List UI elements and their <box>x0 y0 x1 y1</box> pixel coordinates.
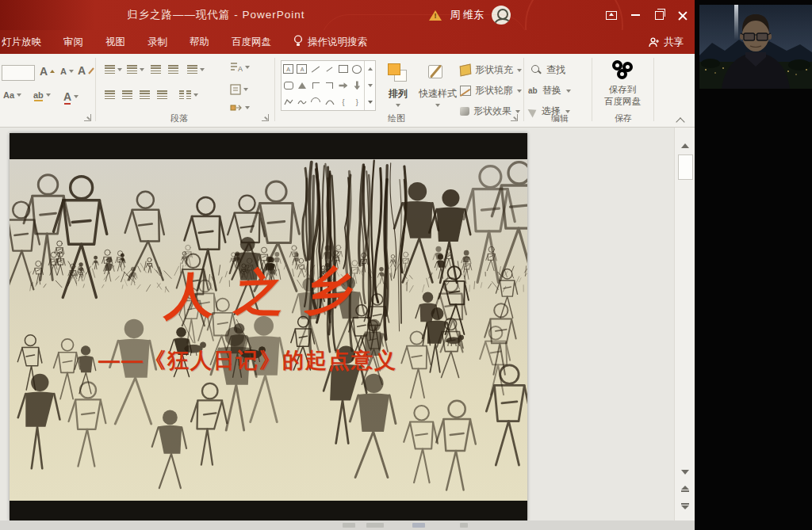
change-case-button[interactable]: Aa <box>3 90 21 100</box>
share-person-icon <box>649 37 660 48</box>
columns-button[interactable] <box>179 90 198 99</box>
shrink-caret-icon <box>69 70 74 73</box>
shape-fill-icon <box>460 63 472 76</box>
bullets-icon <box>105 65 115 74</box>
scroll-up-button[interactable] <box>679 140 691 151</box>
crowd-sketch <box>10 159 527 501</box>
share-button[interactable]: 共享 <box>644 30 688 54</box>
shape-outline-icon <box>460 86 471 96</box>
gallery-scroll-up[interactable] <box>365 61 375 78</box>
convert-smartart-button[interactable] <box>230 103 250 112</box>
shape-cell-triangle[interactable] <box>296 79 308 91</box>
next-slide-button[interactable] <box>679 500 691 511</box>
align-center-button[interactable] <box>122 90 132 99</box>
paragraph-dialog-launcher[interactable] <box>262 114 269 121</box>
shape-cell-vtextbox[interactable]: A <box>296 63 308 75</box>
arrange-icon <box>388 63 408 82</box>
case-caret-icon <box>17 93 21 97</box>
shape-cell-scribble[interactable] <box>296 96 308 108</box>
text-direction-icon: A <box>230 62 243 73</box>
shape-cell-arrow-right[interactable] <box>337 79 350 91</box>
account-user-name: 周 维东 <box>450 8 484 22</box>
grow-font-button[interactable]: A <box>40 65 55 78</box>
shape-cell-arc[interactable] <box>309 96 322 108</box>
svg-text:A: A <box>238 65 243 73</box>
slide[interactable]: 人之乡 ——《狂人日记》的起点意义 <box>10 133 527 520</box>
shape-cell-line[interactable] <box>309 63 322 75</box>
editing-group-label: 编辑 <box>551 112 569 124</box>
tab-view[interactable]: 视图 <box>94 30 136 54</box>
scroll-down-button[interactable] <box>679 467 691 478</box>
line-spacing-button[interactable] <box>187 65 205 74</box>
increase-indent-icon <box>168 65 178 74</box>
tab-record[interactable]: 录制 <box>136 30 178 54</box>
share-label: 共享 <box>664 36 684 49</box>
numbering-button[interactable] <box>127 65 144 74</box>
baidu-netdisk-icon <box>611 60 634 81</box>
save-to-baidu-button[interactable]: 保存到 百度网盘 <box>604 84 641 108</box>
font-dialog-launcher[interactable] <box>84 114 91 121</box>
clear-formatting-button[interactable]: A <box>78 64 95 77</box>
shrink-font-button[interactable]: A <box>60 67 74 76</box>
shape-cell-line2[interactable] <box>324 63 336 75</box>
slide-title-textbox[interactable]: 人之乡 <box>163 255 377 329</box>
shape-cell-elbow2[interactable] <box>324 79 336 91</box>
bullets-button[interactable] <box>105 65 122 74</box>
decrease-indent-button[interactable] <box>151 65 161 74</box>
user-avatar[interactable] <box>492 6 511 25</box>
webcam-video[interactable] <box>699 5 812 89</box>
justify-button[interactable] <box>157 90 167 99</box>
warning-icon[interactable] <box>429 10 442 21</box>
collapse-ribbon-button[interactable] <box>677 117 685 123</box>
grow-caret-icon <box>50 70 55 73</box>
shape-cell-roundrect[interactable] <box>282 79 295 91</box>
shape-cell-freeform[interactable] <box>282 96 295 108</box>
shapes-gallery[interactable]: A A { } <box>281 60 376 111</box>
increase-indent-button[interactable] <box>168 65 178 74</box>
font-size-input[interactable] <box>2 65 35 81</box>
shape-cell-brace-right[interactable]: } <box>350 96 363 108</box>
ribbon-tab-row: 灯片放映 审阅 视图 录制 帮助 百度网盘 操作说明搜索 <box>0 30 695 54</box>
shape-cell-textbox[interactable]: A <box>282 63 295 75</box>
shape-outline-button[interactable]: 形状轮廓 <box>460 84 522 97</box>
gallery-scroll-down[interactable] <box>365 78 375 94</box>
tab-slideshow[interactable]: 灯片放映 <box>0 30 52 54</box>
shape-cell-elbow[interactable] <box>309 79 322 91</box>
arrange-button[interactable]: 排列 <box>381 60 416 119</box>
find-button[interactable]: 查找 <box>531 63 565 77</box>
save-to-line2: 百度网盘 <box>604 96 641 108</box>
tab-tell-me-search[interactable]: 操作说明搜索 <box>282 30 378 54</box>
vertical-scrollbar[interactable] <box>674 128 695 520</box>
replace-button[interactable]: ab替换 <box>528 84 571 97</box>
tab-help[interactable]: 帮助 <box>178 30 220 54</box>
ribbon-display-options-button[interactable] <box>599 0 623 30</box>
shape-fill-button[interactable]: 形状填充 <box>460 63 522 77</box>
eraser-icon <box>88 67 95 75</box>
align-right-button[interactable] <box>140 90 150 99</box>
minimize-button[interactable] <box>623 0 647 30</box>
restore-button[interactable] <box>647 0 671 30</box>
taskbar-sliver <box>0 520 695 530</box>
titlebar-account-area: 周 维东 <box>429 0 511 30</box>
drawing-dialog-launcher[interactable] <box>511 114 518 121</box>
shape-cell-arrow-down[interactable] <box>350 79 363 91</box>
slide-subtitle-textbox[interactable]: ——《狂人日记》的起点意义 <box>98 346 397 375</box>
font-color-button[interactable]: A <box>63 90 79 103</box>
tab-review[interactable]: 审阅 <box>52 30 94 54</box>
text-highlight-button[interactable]: ab <box>33 90 51 100</box>
scrollbar-thumb[interactable] <box>678 154 693 180</box>
text-direction-button[interactable]: A <box>230 62 250 73</box>
gallery-more-button[interactable] <box>365 93 375 110</box>
close-button[interactable] <box>671 0 695 30</box>
shape-cell-oval[interactable] <box>350 63 363 75</box>
find-icon <box>531 65 542 75</box>
previous-slide-button[interactable] <box>679 484 691 495</box>
quick-styles-button[interactable]: 快速样式 <box>417 60 458 119</box>
align-left-button[interactable] <box>105 90 115 99</box>
shape-cell-rect[interactable] <box>337 63 350 75</box>
align-text-button[interactable] <box>230 84 248 95</box>
shape-effects-icon <box>460 107 469 116</box>
shape-cell-curve[interactable] <box>324 96 336 108</box>
shape-cell-brace-left[interactable]: { <box>337 96 350 108</box>
tab-baidu-netdisk[interactable]: 百度网盘 <box>220 30 282 54</box>
